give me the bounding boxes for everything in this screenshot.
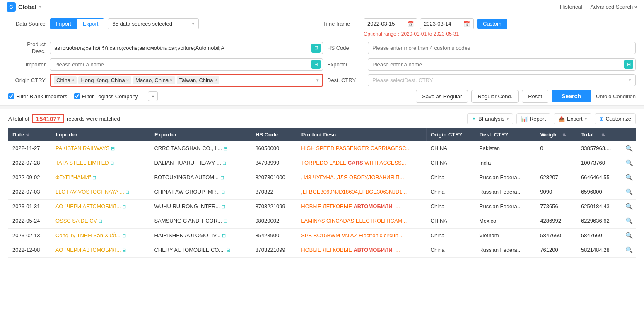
save-regular-button[interactable]: Save as Regular	[416, 90, 468, 103]
tag-china[interactable]: China ×	[54, 76, 77, 84]
advanced-search-link[interactable]: Advanced Search »	[591, 4, 637, 10]
brand-area[interactable]: G Global ▾	[7, 2, 41, 12]
date-from-input[interactable]: 2022-03-15 📅	[364, 18, 417, 29]
hs-code-input[interactable]	[368, 42, 636, 54]
col-exporter[interactable]: Exporter	[150, 128, 251, 141]
exporter-icon-btn[interactable]: ⊞	[624, 60, 633, 69]
cell-action[interactable]: 🔍	[623, 214, 636, 228]
origin-dropdown-icon: ▾	[316, 78, 319, 83]
cell-importer[interactable]: Công Ty TNHH Sản Xuất... ⊟	[51, 228, 150, 243]
cell-exporter[interactable]: DALIAN HUARUI HEAVY ... ⊟	[150, 156, 251, 170]
cell-exporter[interactable]: SAMSUNG C AND T COR... ⊟	[150, 214, 251, 228]
cell-dest-ctry: Russian Federa...	[475, 185, 536, 199]
filter-blank-checkbox[interactable]	[8, 93, 14, 99]
tag-hk[interactable]: Hong Kong, China ×	[78, 76, 131, 84]
importer-input[interactable]	[50, 58, 323, 71]
report-icon: 📊	[521, 116, 528, 122]
regular-cond-button[interactable]: Regular Cond.	[471, 90, 519, 103]
cell-total: 5821484.28	[577, 243, 623, 257]
cell-weight: 0	[536, 141, 577, 156]
cell-importer[interactable]: АО "ЧЕРИ АВТОМОБИЛ... ⊟	[51, 243, 150, 257]
customize-button[interactable]: ⊞ Customize	[595, 113, 636, 124]
cell-origin-ctry: China	[427, 243, 475, 257]
section-divider	[0, 106, 644, 109]
historical-link[interactable]: Historical	[560, 4, 582, 10]
reset-button[interactable]: Reset	[522, 90, 548, 103]
cell-importer[interactable]: TATA STEEL LIMITED ⊟	[51, 156, 150, 170]
col-total[interactable]: Total ... ⇅	[577, 128, 623, 141]
date-from-value: 2022-03-15	[367, 21, 395, 27]
export-tab[interactable]: Export	[77, 19, 104, 29]
custom-button[interactable]: Custom	[477, 19, 507, 29]
exporter-input[interactable]	[368, 58, 636, 71]
cell-importer[interactable]: QSSC SA DE CV ⊟	[51, 214, 150, 228]
tag-macao[interactable]: Macao, China ×	[133, 76, 175, 84]
export-icon: 📤	[558, 116, 565, 122]
tag-china-remove[interactable]: ×	[72, 78, 74, 83]
cell-action[interactable]: 🔍	[623, 243, 636, 257]
table-row: 2023-02-13Công Ty TNHH Sản Xuất... ⊟HAIR…	[8, 228, 636, 243]
cell-exporter[interactable]: CHINA FAW GROUP IMP... ⊟	[150, 185, 251, 199]
cell-date: 2022-12-08	[8, 243, 51, 257]
tag-hk-remove[interactable]: ×	[126, 78, 129, 83]
search-button[interactable]: Search	[552, 90, 591, 102]
report-button[interactable]: 📊 Report	[516, 113, 550, 124]
tag-macao-remove[interactable]: ×	[170, 78, 172, 83]
cell-hs-code: 84798999	[251, 156, 297, 170]
filter-blank-importers[interactable]: Filter Blank Importers	[8, 93, 68, 100]
cell-exporter[interactable]: BOTOUXINGDA AUTOM... ⊟	[150, 170, 251, 185]
cell-weight: 4286992	[536, 214, 577, 228]
dest-ctry-select[interactable]: Please selectDest. CTRY ▾	[368, 74, 636, 86]
col-action	[623, 128, 636, 141]
date-to-input[interactable]: 2023-03-14 📅	[420, 18, 474, 29]
cell-action[interactable]: 🔍	[623, 141, 636, 156]
col-date[interactable]: Date ⇅	[8, 128, 51, 141]
product-desc-icon-btn[interactable]: ⊞	[311, 44, 321, 53]
cell-exporter[interactable]: HAIRISHEN AUTOMOTIV... ⊟	[150, 228, 251, 243]
top-header: G Global ▾ Historical Advanced Search »	[0, 0, 644, 14]
col-importer[interactable]: Importer	[51, 128, 150, 141]
cell-exporter[interactable]: CHERY AUTOMOBILE CO.... ⊟	[150, 243, 251, 257]
tag-taiwan-remove[interactable]: ×	[214, 78, 217, 83]
row-2: ProductDesc. ⊞ HS Code	[8, 41, 636, 55]
product-desc-input[interactable]	[50, 42, 323, 54]
table-wrapper: Date ⇅ Importer Exporter HS Code Product…	[0, 128, 644, 258]
col-origin-ctry[interactable]: Origin CTRY	[427, 128, 475, 141]
filter-logistics[interactable]: Filter Logitics Company	[74, 93, 138, 100]
cell-importer[interactable]: PAKISTAN RAILWAYS ⊟	[51, 141, 150, 156]
cell-action[interactable]: 🔍	[623, 170, 636, 185]
tag-taiwan[interactable]: Taiwan, China ×	[177, 76, 219, 84]
cell-origin-ctry: China	[427, 199, 475, 214]
table-row: 2022-11-27PAKISTAN RAILWAYS ⊟CRRC TANGSH…	[8, 141, 636, 156]
cell-importer[interactable]: ФГУП "НАМИ" ⊟	[51, 170, 150, 185]
cell-exporter[interactable]: CRRC TANGSHAN CO., L... ⊟	[150, 141, 251, 156]
col-hs-code[interactable]: HS Code	[251, 128, 297, 141]
export-button[interactable]: 📤 Export ▾	[554, 113, 591, 124]
cell-dest-ctry: Pakistan	[475, 141, 536, 156]
date-to-value: 2023-03-14	[424, 21, 451, 27]
cell-action[interactable]: 🔍	[623, 199, 636, 214]
col-dest-ctry[interactable]: Dest. CTRY	[475, 128, 536, 141]
bi-analysis-button[interactable]: ✦ BI analysis ▾	[467, 113, 513, 124]
brand-icon: G	[7, 2, 16, 12]
filter-logistics-checkbox[interactable]	[74, 93, 80, 99]
import-tab[interactable]: Import	[50, 19, 77, 29]
cell-hs-code: 8207301000	[251, 170, 297, 185]
importer-icon-btn[interactable]: ⊞	[311, 60, 321, 69]
collapse-icon[interactable]: ▾	[148, 91, 158, 101]
cell-importer[interactable]: АО "ЧЕРИ АВТОМОБИЛ... ⊟	[51, 199, 150, 214]
cell-action[interactable]: 🔍	[623, 156, 636, 170]
bi-analysis-dropdown-icon: ▾	[507, 117, 509, 121]
export-dropdown-icon: ▾	[585, 117, 587, 121]
cell-action[interactable]: 🔍	[623, 228, 636, 243]
cell-dest-ctry: Vietnam	[475, 228, 536, 243]
col-product-desc[interactable]: Product Desc.	[297, 128, 426, 141]
unfold-condition-link[interactable]: Unfold Condition	[596, 93, 636, 100]
cell-exporter[interactable]: WUHU RUIRONG INTER... ⊟	[150, 199, 251, 214]
origin-tags-input[interactable]: China × Hong Kong, China × Macao, China …	[50, 74, 323, 87]
cell-action[interactable]: 🔍	[623, 185, 636, 199]
col-weight[interactable]: Weigh... ⇅	[536, 128, 577, 141]
source-select[interactable]: 65 data sources selected ▾	[108, 18, 199, 29]
cell-importer[interactable]: LLC FAV-VOSTOCHNAYA ... ⊟	[51, 185, 150, 199]
customize-icon: ⊞	[599, 116, 604, 122]
